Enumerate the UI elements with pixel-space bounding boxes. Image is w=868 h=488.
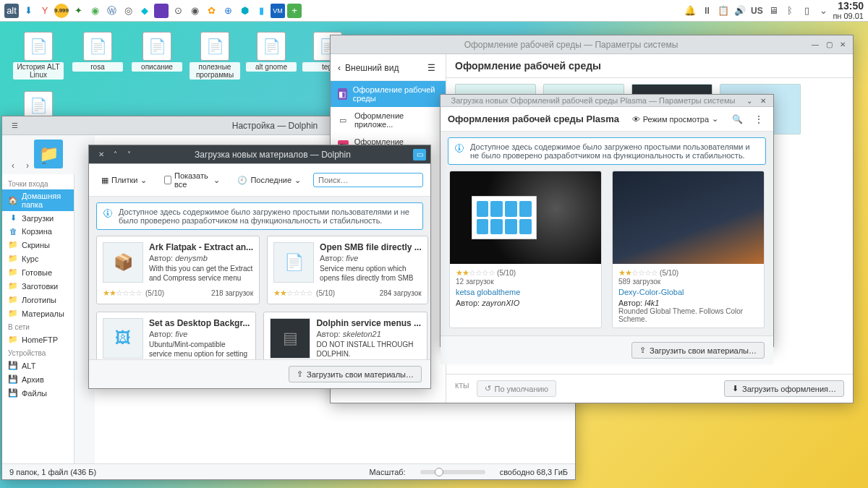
thumb-icon: 🖼 [103,318,143,359]
theme-card[interactable]: ★★☆☆☆☆ (5/10) 12 загрузок ketsa globalth… [449,171,602,328]
download-icon[interactable]: ⬇ [21,4,35,18]
fwd-icon[interactable]: › [22,159,33,172]
addon-card[interactable]: ▤ Dolphin service menus ... Автор: skele… [263,312,427,359]
app-icon-1[interactable]: ◆ [137,4,152,18]
menu-icon[interactable]: ☰ [425,61,438,74]
app-icon-5[interactable]: ⬢ [237,4,252,18]
zoom-slider[interactable] [420,470,485,474]
addon-card[interactable]: 🖼 Set as Desktop Backgr... Автор: five U… [96,312,256,359]
clock[interactable]: 13:50 пн 09.01 [833,1,864,20]
theme-grid: ★★☆☆☆☆ (5/10) 12 загрузок ketsa globalth… [441,171,773,335]
download-themes-button[interactable]: ⬇Загрузить оформления… [724,380,844,397]
close-icon[interactable]: ✕ [837,39,848,51]
more-icon[interactable]: ⋮ [752,113,766,126]
close-icon[interactable]: ✕ [757,95,769,106]
restore-icon[interactable]: ▭ [413,149,426,160]
minimize-icon[interactable]: — [809,39,821,51]
battery-icon[interactable]: ▯ [799,4,814,18]
sidebar-item-alt[interactable]: 💾ALT [2,359,74,372]
sidebar-item-trash[interactable]: 🗑Корзина [2,225,74,238]
desktop-icon[interactable]: 📄полезные программы [190,32,240,80]
thumb-icon: 📄 [273,242,314,283]
maximize-icon[interactable]: ▢ [823,39,835,51]
chevron-up-icon[interactable]: ˄ [109,149,121,160]
add-app-icon[interactable]: + [287,4,302,18]
vk-icon[interactable]: Ⓦ [104,4,119,18]
sidebar-item-ready[interactable]: 📁Готовые [2,265,74,279]
badge-icon[interactable]: 9.999 [54,4,69,18]
vm-icon[interactable]: VM [271,4,285,18]
info-icon: 🛈 [454,142,464,160]
desktop-icon[interactable]: 📄описание [132,32,182,72]
close-icon[interactable]: ✕ [95,149,107,160]
app-icon-2[interactable] [154,4,169,18]
telegram-icon[interactable]: ▮ [254,4,268,18]
desktop-icon[interactable]: 📄alt gnome [246,32,297,72]
display-icon[interactable]: 🖥 [766,4,780,18]
store-heading: Оформления рабочей среды Plasma [448,114,621,124]
sidebar-item-archive[interactable]: 💾Архив [2,372,74,386]
sidebar-item-downloads[interactable]: ⬇Загрузки [2,211,74,225]
sidebar-item-homeftp[interactable]: 📁HomeFTP [2,333,74,346]
titlebar[interactable]: ✕ ˄ ˅ Загрузка новых материалов — Dolphi… [89,145,430,164]
minimize-icon[interactable]: ⌄ [744,95,755,106]
showall-button[interactable]: Показать все⌄ [159,168,225,192]
chevron-down-icon[interactable]: ⌄ [816,4,830,18]
titlebar[interactable]: Загрузка новых Оформлений рабочей среды … [441,95,773,107]
info-banner: 🛈 Доступное здесь содержимое было загруж… [448,137,766,165]
theme-link[interactable]: ketsa globaltheme [456,288,520,296]
store-toolbar: ▦Плитки⌄ Показать все⌄ 🕘Последние⌄ [89,164,430,197]
recent-button[interactable]: 🕘Последние⌄ [232,173,306,188]
browser-icon[interactable]: Y [38,4,52,18]
addon-card[interactable]: 📄 Open SMB file directly ... Автор: five… [267,236,428,304]
defaults-button[interactable]: ↺По умолчанию [477,380,556,397]
volume-icon[interactable]: 🔊 [733,4,747,18]
circle-icon[interactable]: ◉ [88,4,102,18]
nav-toolbar: ‹ › ⌃ [2,156,72,175]
obs-icon[interactable]: ◎ [121,4,135,18]
sidebar-item-files[interactable]: 💾Файлы [2,386,74,400]
search-icon[interactable]: 🔍 [729,113,746,126]
sidebar-item-prep[interactable]: 📁Заготовки [2,279,74,293]
media-icon[interactable]: ⏸ [699,4,714,18]
sidebar-item-course[interactable]: 📁Курс [2,252,74,265]
lang-indicator[interactable]: US [749,4,764,18]
chevron-left-icon[interactable]: ‹ [338,63,341,73]
settings-item-appstyle[interactable]: ▭Оформление приложе... [331,107,446,133]
search-input[interactable] [313,173,423,187]
sidebar-item-home[interactable]: 🏠Домашняя папка [2,189,74,211]
menu-icon[interactable]: ☰ [9,120,20,132]
tiles-button[interactable]: ▦Плитки⌄ [96,173,152,188]
app-launcher-icon[interactable]: alt [4,4,19,18]
dolphin-store-window: ✕ ˄ ˅ Загрузка новых материалов — Dolphi… [88,145,431,389]
app-icon-4[interactable]: ✿ [204,4,218,18]
view-mode-button[interactable]: 👁Режим просмотра⌄ [627,111,723,127]
clipboard-icon[interactable]: 📋 [716,4,731,18]
qbit-icon[interactable]: ⊕ [221,4,235,18]
upload-own-button[interactable]: ⇪Загрузить свои материалы… [289,366,422,382]
sidebar-item-logos[interactable]: 📁Логотипы [2,293,74,307]
chevron-down-icon[interactable]: ˅ [123,149,135,160]
info-banner: 🛈 Доступное здесь содержимое было загруж… [96,202,423,230]
theme-link[interactable]: Dexy-Color-Global [618,288,684,296]
desktop-icon[interactable]: 📄rosa [72,32,123,72]
sidebar-item-screens[interactable]: 📁Скрины [2,238,74,252]
kodi-icon[interactable]: ✦ [71,4,85,18]
settings-item-theme[interactable]: ◧Оформление рабочей среды [331,81,446,107]
bluetooth-icon[interactable]: ᛒ [783,4,797,18]
addon-card[interactable]: 📦 Ark Flatpak - Extract an... Автор: den… [96,236,260,304]
sidebar-item-materials[interactable]: 📁Материалы [2,307,74,320]
thumb-icon: 📦 [103,242,143,283]
upload-own-button[interactable]: ⇪Загрузить свои материалы… [631,342,765,359]
titlebar[interactable]: Оформление рабочей среды — Параметры сис… [331,35,853,54]
theme-card[interactable]: ★★☆☆☆☆ (5/10) 589 загрузок Dexy-Color-Gl… [612,171,765,328]
free-space: свободно 68,3 ГиБ [500,468,568,476]
back-icon[interactable]: ‹ [8,159,18,172]
card-grid: 📦 Ark Flatpak - Extract an... Автор: den… [89,236,430,359]
steam-icon[interactable]: ⊙ [171,4,185,18]
up-icon[interactable]: ⌃ [37,159,51,172]
desktop-icon[interactable]: 📄История ALT Linux [13,32,64,80]
app-icon-3[interactable]: ◉ [187,4,202,18]
info-icon: 🛈 [103,207,113,225]
bell-icon[interactable]: 🔔 [683,4,697,18]
